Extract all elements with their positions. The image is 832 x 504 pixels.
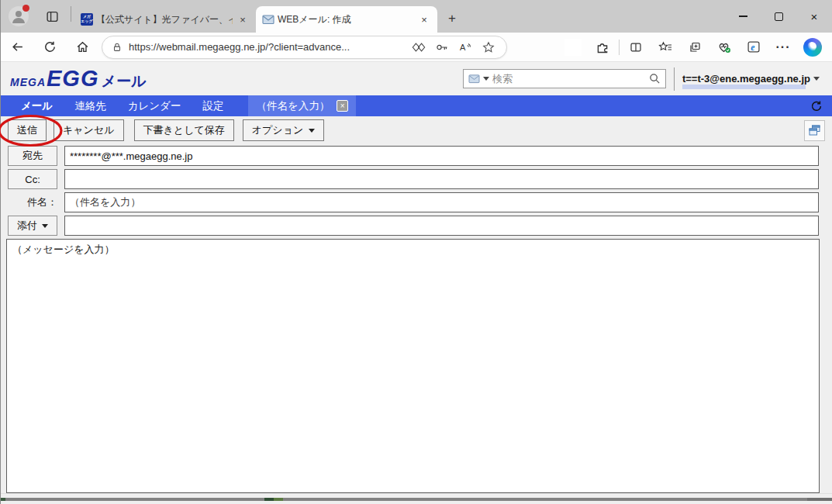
new-tab-button[interactable]: +	[442, 9, 462, 29]
send-button[interactable]: 送信	[8, 119, 47, 141]
nav-item-mail[interactable]: メール	[19, 95, 54, 116]
blank-extension-icon[interactable]	[558, 36, 588, 59]
tab-close-icon[interactable]: ×	[417, 12, 431, 26]
favorite-star-icon[interactable]	[477, 37, 500, 57]
nav-item-calendar[interactable]: カレンダー	[126, 95, 183, 116]
account-dropdown-caret	[813, 77, 820, 81]
minimize-button[interactable]	[725, 0, 761, 33]
ie-mode-icon[interactable]: e	[739, 36, 768, 59]
save-draft-button[interactable]: 下書きとして保存	[134, 119, 234, 141]
webmail-header: MEGA EGG メール t==t-3@ene.megaegg.ne.jp	[1, 62, 832, 95]
browser-window: メガエッグ 【公式サイト】光ファイバー、インターネッ... × WEBメール: …	[0, 0, 832, 504]
reload-icon[interactable]	[810, 100, 823, 112]
megaegg-logo[interactable]: MEGA EGG メール	[10, 66, 146, 91]
webmail-navbar: メール 連絡先 カレンダー 設定 （件名を入力） ×	[1, 95, 832, 116]
to-input[interactable]	[64, 146, 819, 166]
envelope-favicon	[262, 13, 274, 26]
collections-icon[interactable]	[680, 36, 709, 59]
nav-item-contacts[interactable]: 連絡先	[73, 95, 108, 116]
search-icon[interactable]	[649, 73, 661, 85]
home-icon[interactable]	[66, 35, 98, 60]
compose-tab-label: （件名を入力）	[256, 99, 330, 113]
browser-titlebar: メガエッグ 【公式サイト】光ファイバー、インターネッ... × WEBメール: …	[1, 0, 832, 33]
popup-windows-icon	[808, 124, 821, 136]
nav-item-settings[interactable]: 設定	[201, 95, 225, 116]
cc-button[interactable]: Cc:	[8, 169, 57, 189]
profile-avatar[interactable]	[9, 6, 29, 26]
scope-dropdown-caret[interactable]	[483, 77, 489, 81]
svg-text:e: e	[751, 43, 754, 53]
subject-input[interactable]	[64, 192, 819, 212]
account-email: t==t-3@ene.megaegg.ne.jp	[682, 73, 810, 85]
tab-title: 【公式サイト】光ファイバー、インターネッ...	[96, 13, 233, 26]
to-button[interactable]: 宛先	[8, 146, 57, 166]
attach-button[interactable]: 添付	[8, 216, 57, 236]
mail-scope-icon	[468, 74, 480, 84]
link-icon[interactable]	[407, 37, 430, 57]
header-divider	[674, 67, 675, 91]
tab-title: WEBメール: 作成	[278, 13, 414, 26]
attach-caret-icon	[42, 224, 48, 228]
split-screen-icon[interactable]	[621, 36, 651, 59]
copilot-icon[interactable]	[798, 36, 827, 59]
url-text: https://webmail.megaegg.ne.jp/?client=ad…	[129, 41, 407, 53]
account-menu[interactable]: t==t-3@ene.megaegg.ne.jp	[682, 73, 823, 85]
search-box[interactable]	[463, 69, 666, 88]
subject-label: 件名：	[8, 195, 57, 209]
toolbar-divider	[619, 40, 620, 55]
compose-fields: 宛先 Cc: 件名： 添付	[1, 144, 832, 236]
megaegg-favicon: メガエッグ	[81, 13, 93, 26]
cancel-button[interactable]: キャンセル	[54, 119, 124, 141]
lock-icon	[112, 42, 123, 53]
open-in-window-button[interactable]	[804, 120, 825, 141]
compose-toolbar: 送信 キャンセル 下書きとして保存 オプション	[1, 116, 832, 144]
extensions-puzzle-icon[interactable]	[588, 36, 617, 59]
tab-divider	[71, 6, 71, 22]
options-button[interactable]: オプション	[243, 119, 325, 141]
browser-tab-megaegg-site[interactable]: メガエッグ 【公式サイト】光ファイバー、インターネッ... ×	[74, 6, 256, 33]
address-bar[interactable]: https://webmail.megaegg.ne.jp/?client=ad…	[102, 36, 507, 59]
attach-input[interactable]	[64, 216, 819, 236]
password-key-icon[interactable]	[430, 37, 454, 57]
cc-input[interactable]	[64, 169, 819, 189]
close-button[interactable]: ×	[796, 0, 832, 33]
account-highlight	[682, 85, 806, 89]
browser-toolbar: https://webmail.megaegg.ne.jp/?client=ad…	[1, 33, 832, 62]
browser-tab-webmail[interactable]: WEBメール: 作成 ×	[256, 6, 437, 33]
browser-essentials-icon[interactable]	[709, 36, 739, 59]
options-caret-icon	[309, 129, 315, 133]
more-options-icon[interactable]: ···	[768, 36, 798, 59]
read-aloud-icon[interactable]: A	[454, 37, 477, 57]
taskbar-edge	[1, 498, 832, 501]
favorites-list-icon[interactable]	[651, 36, 680, 59]
compose-tab-close-icon[interactable]: ×	[337, 100, 348, 112]
back-icon[interactable]	[1, 35, 33, 60]
search-input[interactable]	[492, 73, 649, 85]
notification-dot	[22, 5, 29, 12]
svg-text:A: A	[460, 43, 466, 52]
message-body-input[interactable]: （メッセージを入力）	[6, 239, 820, 493]
maximize-button[interactable]	[761, 0, 796, 33]
refresh-icon[interactable]	[33, 35, 66, 60]
compose-tab[interactable]: （件名を入力） ×	[248, 95, 356, 116]
tab-close-icon[interactable]: ×	[236, 12, 250, 26]
workspaces-icon[interactable]	[41, 5, 63, 27]
